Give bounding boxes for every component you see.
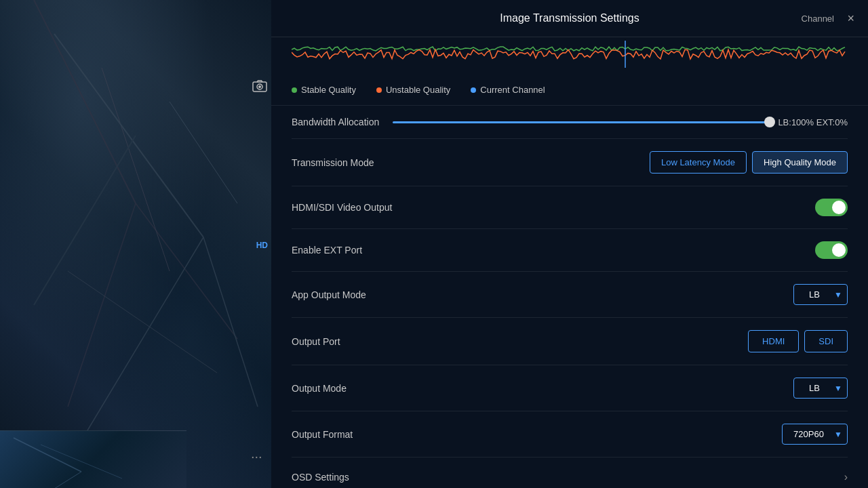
stable-label: Stable Quality [301,85,356,95]
svg-point-15 [258,85,261,88]
output-format-select[interactable]: 720P60 1080P30 1080P60 4K30 [782,424,848,445]
svg-line-0 [34,0,136,203]
legend-stable: Stable Quality [292,85,356,95]
ext-port-toggle[interactable] [815,241,848,259]
output-format-label: Output Format [292,429,353,440]
channel-label: Channel [802,14,834,24]
low-latency-mode-button[interactable]: Low Latency Mode [650,151,747,174]
svg-line-8 [170,102,237,203]
hdmi-sdi-toggle-knob [832,201,846,214]
high-quality-mode-button[interactable]: High Quality Mode [752,151,848,174]
hdmi-sdi-control [815,199,848,216]
hd-badge: HD [256,241,268,250]
sdi-port-button[interactable]: SDI [804,330,848,352]
settings-content: Bandwidth Allocation LB:100% EXT:0% Tran… [271,106,868,488]
hdmi-sdi-row: HDMI/SDI Video Output [292,186,848,229]
panel-header: Image Transmission Settings Channel × [271,0,868,37]
svg-line-11 [54,472,81,488]
ext-port-toggle-knob [832,243,846,257]
bandwidth-value: LB:100% EXT:0% [778,117,848,127]
bandwidth-slider-thumb[interactable] [764,117,775,127]
current-label: Current Channel [480,85,545,95]
signal-chart-canvas [292,41,848,68]
svg-line-12 [41,445,122,479]
svg-line-5 [203,237,258,407]
legend-unstable: Unstable Quality [376,85,450,95]
ext-port-row: Enable EXT Port [292,229,848,272]
output-format-dropdown-container: 720P60 1080P30 1080P60 4K30 ▼ [782,424,848,445]
output-mode-row: Output Mode LB EXT AUTO ▼ [292,365,848,411]
transmission-mode-controls: Low Latency Mode High Quality Mode [650,151,848,174]
current-dot [471,87,476,93]
output-mode-label: Output Mode [292,383,347,394]
app-output-mode-label: App Output Mode [292,289,366,300]
output-mode-select[interactable]: LB EXT AUTO [793,378,848,399]
transmission-mode-row: Transmission Mode Low Latency Mode High … [292,139,848,186]
output-port-control: HDMI SDI [748,330,848,352]
hdmi-port-button[interactable]: HDMI [748,330,799,352]
svg-line-3 [102,68,170,271]
legend-current: Current Channel [471,85,545,95]
output-mode-control: LB EXT AUTO ▼ [793,378,848,399]
video-panel: HD ··· [0,0,271,488]
settings-panel: Image Transmission Settings Channel × St… [271,0,868,488]
svg-line-6 [81,237,203,441]
quality-legend: Stable Quality Unstable Quality Current … [271,75,868,106]
svg-line-10 [14,438,81,472]
hdmi-sdi-label: HDMI/SDI Video Output [292,202,392,213]
output-port-row: Output Port HDMI SDI [292,318,848,365]
unstable-dot [376,87,382,93]
signal-chart-area [271,37,868,75]
panel-title: Image Transmission Settings [500,12,639,24]
hdmi-sdi-toggle[interactable] [815,199,848,216]
svg-line-2 [136,203,237,339]
app-output-mode-select[interactable]: LB EXT AUTO [793,284,848,305]
bandwidth-row: Bandwidth Allocation LB:100% EXT:0% [292,106,848,139]
video-branches-svg [0,0,271,488]
svg-line-1 [68,203,136,407]
bandwidth-slider-track[interactable] [393,121,770,123]
ext-port-label: Enable EXT Port [292,245,362,256]
output-format-row: Output Format 720P60 1080P30 1080P60 4K3… [292,411,848,458]
svg-line-4 [54,34,203,237]
app-output-mode-control: LB EXT AUTO ▼ [793,284,848,305]
bandwidth-label: Bandwidth Allocation [292,117,379,127]
output-mode-dropdown-container: LB EXT AUTO ▼ [793,378,848,399]
close-button[interactable]: × [847,12,854,24]
osd-settings-row[interactable]: OSD Settings › [292,458,848,488]
unstable-label: Unstable Quality [386,85,450,95]
dots-menu[interactable]: ··· [251,449,262,464]
ext-port-control [815,241,848,259]
bottom-thumbnail [0,430,186,488]
stable-dot [292,87,297,93]
bandwidth-slider-container: LB:100% EXT:0% [393,117,848,127]
thumb-svg [0,431,186,488]
output-port-label: Output Port [292,336,340,347]
osd-settings-label: OSD Settings [292,472,349,483]
osd-settings-arrow: › [844,471,848,483]
output-format-control: 720P60 1080P30 1080P60 4K30 ▼ [782,424,848,445]
svg-line-7 [34,136,136,305]
camera-icon-button[interactable] [252,78,268,97]
app-output-mode-dropdown-container: LB EXT AUTO ▼ [793,284,848,305]
app-output-mode-row: App Output Mode LB EXT AUTO ▼ [292,272,848,318]
svg-line-9 [68,271,217,373]
transmission-mode-label: Transmission Mode [292,157,374,168]
